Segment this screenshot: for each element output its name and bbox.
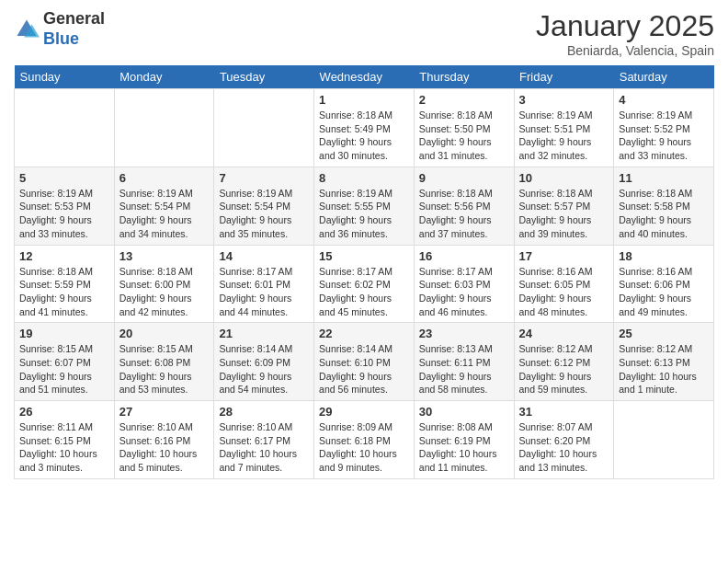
table-cell: 13Sunrise: 8:18 AM Sunset: 6:00 PM Dayli… — [114, 245, 214, 323]
table-cell: 16Sunrise: 8:17 AM Sunset: 6:03 PM Dayli… — [414, 245, 514, 323]
day-number: 27 — [119, 405, 210, 419]
calendar-table: Sunday Monday Tuesday Wednesday Thursday… — [14, 65, 714, 479]
day-info: Sunrise: 8:18 AM Sunset: 5:58 PM Dayligh… — [619, 187, 709, 241]
day-number: 18 — [619, 249, 709, 263]
calendar-body: 1Sunrise: 8:18 AM Sunset: 5:49 PM Daylig… — [15, 89, 714, 479]
table-cell: 18Sunrise: 8:16 AM Sunset: 6:06 PM Dayli… — [614, 245, 714, 323]
table-cell: 30Sunrise: 8:08 AM Sunset: 6:19 PM Dayli… — [414, 401, 514, 479]
day-info: Sunrise: 8:18 AM Sunset: 6:00 PM Dayligh… — [119, 265, 210, 319]
day-number: 13 — [119, 249, 210, 263]
table-row: 5Sunrise: 8:19 AM Sunset: 5:53 PM Daylig… — [15, 167, 714, 245]
day-number: 21 — [219, 327, 309, 340]
day-number: 3 — [519, 93, 609, 107]
day-number: 2 — [419, 93, 509, 107]
col-tuesday: Tuesday — [214, 65, 314, 89]
day-number: 31 — [519, 405, 609, 419]
table-cell: 22Sunrise: 8:14 AM Sunset: 6:10 PM Dayli… — [314, 323, 415, 401]
col-monday: Monday — [114, 65, 214, 89]
day-number: 7 — [219, 171, 309, 185]
day-number: 15 — [319, 249, 409, 263]
table-cell: 23Sunrise: 8:13 AM Sunset: 6:11 PM Dayli… — [414, 323, 514, 401]
day-number: 20 — [119, 327, 210, 340]
day-info: Sunrise: 8:12 AM Sunset: 6:13 PM Dayligh… — [619, 342, 709, 396]
day-info: Sunrise: 8:15 AM Sunset: 6:07 PM Dayligh… — [19, 342, 109, 396]
day-number: 9 — [419, 171, 509, 185]
logo-general: General — [43, 9, 105, 28]
table-cell: 15Sunrise: 8:17 AM Sunset: 6:02 PM Dayli… — [314, 245, 415, 323]
table-row: 19Sunrise: 8:15 AM Sunset: 6:07 PM Dayli… — [15, 323, 714, 401]
day-number: 19 — [19, 327, 109, 340]
table-cell: 5Sunrise: 8:19 AM Sunset: 5:53 PM Daylig… — [15, 167, 115, 245]
table-cell: 4Sunrise: 8:19 AM Sunset: 5:52 PM Daylig… — [614, 89, 714, 167]
day-info: Sunrise: 8:18 AM Sunset: 5:49 PM Dayligh… — [319, 109, 409, 163]
day-info: Sunrise: 8:19 AM Sunset: 5:54 PM Dayligh… — [219, 187, 309, 241]
table-cell: 21Sunrise: 8:14 AM Sunset: 6:09 PM Dayli… — [214, 323, 314, 401]
day-info: Sunrise: 8:10 AM Sunset: 6:17 PM Dayligh… — [219, 420, 309, 475]
title-section: January 2025 Beniarda, Valencia, Spain — [536, 9, 714, 58]
table-cell: 28Sunrise: 8:10 AM Sunset: 6:17 PM Dayli… — [214, 401, 314, 479]
day-info: Sunrise: 8:08 AM Sunset: 6:19 PM Dayligh… — [419, 420, 509, 475]
table-cell: 27Sunrise: 8:10 AM Sunset: 6:16 PM Dayli… — [114, 401, 214, 479]
table-cell — [114, 89, 214, 167]
day-number: 11 — [619, 171, 709, 185]
day-info: Sunrise: 8:18 AM Sunset: 5:50 PM Dayligh… — [419, 109, 509, 163]
day-number: 23 — [419, 327, 509, 340]
table-cell: 20Sunrise: 8:15 AM Sunset: 6:08 PM Dayli… — [114, 323, 214, 401]
day-number: 12 — [19, 249, 109, 263]
table-cell: 31Sunrise: 8:07 AM Sunset: 6:20 PM Dayli… — [514, 401, 614, 479]
day-info: Sunrise: 8:18 AM Sunset: 5:56 PM Dayligh… — [419, 187, 509, 241]
table-cell: 10Sunrise: 8:18 AM Sunset: 5:57 PM Dayli… — [514, 167, 614, 245]
day-number: 17 — [519, 249, 609, 263]
month-title: January 2025 — [536, 9, 714, 43]
table-cell: 19Sunrise: 8:15 AM Sunset: 6:07 PM Dayli… — [15, 323, 115, 401]
table-cell: 6Sunrise: 8:19 AM Sunset: 5:54 PM Daylig… — [114, 167, 214, 245]
table-cell: 7Sunrise: 8:19 AM Sunset: 5:54 PM Daylig… — [214, 167, 314, 245]
page-container: General Blue January 2025 Beniarda, Vale… — [0, 0, 728, 488]
table-cell: 24Sunrise: 8:12 AM Sunset: 6:12 PM Dayli… — [514, 323, 614, 401]
day-number: 26 — [19, 405, 109, 419]
day-info: Sunrise: 8:15 AM Sunset: 6:08 PM Dayligh… — [119, 342, 210, 396]
col-thursday: Thursday — [414, 65, 514, 89]
table-row: 12Sunrise: 8:18 AM Sunset: 5:59 PM Dayli… — [15, 245, 714, 323]
logo-icon — [14, 17, 40, 42]
day-info: Sunrise: 8:13 AM Sunset: 6:11 PM Dayligh… — [419, 342, 509, 396]
day-number: 4 — [619, 93, 709, 107]
day-info: Sunrise: 8:14 AM Sunset: 6:10 PM Dayligh… — [319, 342, 409, 396]
day-info: Sunrise: 8:19 AM Sunset: 5:54 PM Dayligh… — [119, 187, 210, 241]
logo-text: General Blue — [43, 9, 105, 49]
day-info: Sunrise: 8:17 AM Sunset: 6:03 PM Dayligh… — [419, 265, 509, 319]
table-cell: 25Sunrise: 8:12 AM Sunset: 6:13 PM Dayli… — [614, 323, 714, 401]
col-friday: Friday — [514, 65, 614, 89]
day-info: Sunrise: 8:17 AM Sunset: 6:02 PM Dayligh… — [319, 265, 409, 319]
table-cell — [15, 89, 115, 167]
day-info: Sunrise: 8:19 AM Sunset: 5:55 PM Dayligh… — [319, 187, 409, 241]
col-sunday: Sunday — [15, 65, 115, 89]
table-cell: 12Sunrise: 8:18 AM Sunset: 5:59 PM Dayli… — [15, 245, 115, 323]
day-number: 28 — [219, 405, 309, 419]
day-info: Sunrise: 8:11 AM Sunset: 6:15 PM Dayligh… — [19, 420, 109, 475]
day-info: Sunrise: 8:07 AM Sunset: 6:20 PM Dayligh… — [519, 420, 609, 475]
day-info: Sunrise: 8:10 AM Sunset: 6:16 PM Dayligh… — [119, 420, 210, 475]
table-cell: 29Sunrise: 8:09 AM Sunset: 6:18 PM Dayli… — [314, 401, 415, 479]
day-info: Sunrise: 8:12 AM Sunset: 6:12 PM Dayligh… — [519, 342, 609, 396]
day-info: Sunrise: 8:19 AM Sunset: 5:53 PM Dayligh… — [19, 187, 109, 241]
day-number: 30 — [419, 405, 509, 419]
day-number: 5 — [19, 171, 109, 185]
col-wednesday: Wednesday — [314, 65, 415, 89]
table-cell: 26Sunrise: 8:11 AM Sunset: 6:15 PM Dayli… — [15, 401, 115, 479]
day-number: 8 — [319, 171, 409, 185]
table-row: 1Sunrise: 8:18 AM Sunset: 5:49 PM Daylig… — [15, 89, 714, 167]
day-info: Sunrise: 8:18 AM Sunset: 5:57 PM Dayligh… — [519, 187, 609, 241]
day-info: Sunrise: 8:18 AM Sunset: 5:59 PM Dayligh… — [19, 265, 109, 319]
location: Beniarda, Valencia, Spain — [536, 43, 714, 58]
day-info: Sunrise: 8:19 AM Sunset: 5:52 PM Dayligh… — [619, 109, 709, 163]
logo-blue: Blue — [43, 29, 79, 48]
day-number: 24 — [519, 327, 609, 340]
day-number: 6 — [119, 171, 210, 185]
table-cell: 2Sunrise: 8:18 AM Sunset: 5:50 PM Daylig… — [414, 89, 514, 167]
logo: General Blue — [14, 9, 105, 49]
table-cell — [214, 89, 314, 167]
table-cell: 14Sunrise: 8:17 AM Sunset: 6:01 PM Dayli… — [214, 245, 314, 323]
day-info: Sunrise: 8:19 AM Sunset: 5:51 PM Dayligh… — [519, 109, 609, 163]
header: General Blue January 2025 Beniarda, Vale… — [14, 9, 714, 58]
